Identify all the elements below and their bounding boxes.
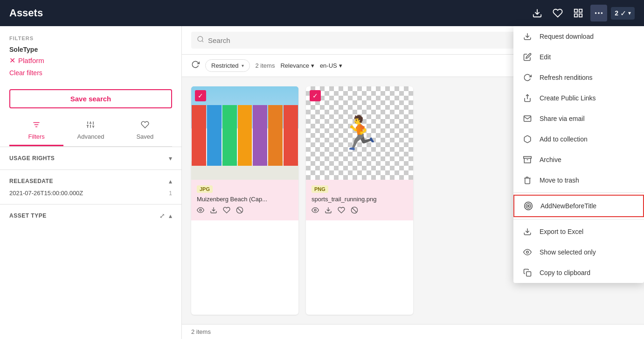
download-icon [210, 206, 217, 214]
svg-rect-17 [526, 272, 531, 276]
release-date-title: RELEASEDATE [9, 178, 53, 184]
asset-check-2[interactable]: ✓ [310, 90, 321, 101]
asset-type-header[interactable]: ASSET TYPE ⤢ ▴ [9, 212, 172, 219]
clear-filters-btn[interactable]: Clear filters [9, 69, 42, 77]
dropdown-item-request-download[interactable]: Request download [513, 26, 644, 47]
asset-preview-btn-2[interactable] [312, 206, 319, 216]
selection-badge[interactable]: 2 ✓ ▾ [611, 7, 635, 20]
asset-download-btn-1[interactable] [210, 206, 217, 216]
expand-icon[interactable]: ⤢ [159, 212, 165, 219]
dropdown-item-copy-to-clipboard[interactable]: Copy to clipboard [513, 262, 644, 283]
sliders-icon [86, 120, 95, 131]
usage-rights-header[interactable]: USAGE RIGHTS ▾ [9, 155, 172, 162]
usage-rights-chevron: ▾ [169, 155, 172, 162]
dropdown-item-add-to-collection[interactable]: Add to collection [513, 129, 644, 149]
filter-tag: ✕ Platform [9, 56, 172, 65]
dropdown-item-share-via-email[interactable]: Share via email [513, 108, 644, 129]
grid-icon [573, 8, 583, 18]
asset-check-1[interactable]: ✓ [195, 90, 206, 101]
filter-pill-chevron: ▾ [242, 63, 244, 68]
dropdown-item-add-new-before-title[interactable]: AddNewBeforeTitle [513, 195, 644, 217]
filter-icon [32, 120, 41, 131]
download-icon-btn[interactable] [529, 5, 546, 21]
search-icon [197, 35, 204, 45]
filter-restricted-pill[interactable]: Restricted ▾ [205, 59, 250, 72]
filter-type-label: SoleType [9, 46, 172, 53]
hut-blue [207, 105, 222, 166]
dropdown-item-show-selected-only[interactable]: Show selected only [513, 242, 644, 262]
clipboard-icon [523, 268, 532, 277]
dropdown-item-create-public-links[interactable]: Create Public Links [513, 88, 644, 108]
svg-point-7 [601, 12, 603, 14]
svg-point-36 [200, 209, 201, 211]
dropdown-item-move-to-trash[interactable]: Move to trash [513, 170, 644, 191]
download-icon [532, 8, 542, 18]
add-new-before-title-label: AddNewBeforeTitle [540, 202, 596, 210]
tab-saved[interactable]: Saved [118, 116, 172, 146]
show-selected-only-label: Show selected only [540, 248, 596, 256]
svg-rect-2 [579, 9, 582, 12]
share-via-email-label: Share via email [540, 115, 585, 122]
svg-point-14 [527, 205, 529, 206]
svg-point-13 [526, 204, 531, 208]
release-date-value: 2021-07-26T15:00:00.000Z [9, 190, 83, 197]
edit-icon [523, 52, 532, 62]
eye-icon [312, 206, 319, 214]
sort-pill[interactable]: Relevance ▾ [280, 62, 314, 69]
sidebar: FILTERS SoleType ✕ Platform Clear filter… [0, 26, 182, 339]
asset-type-title: ASSET TYPE [9, 212, 47, 219]
lang-pill[interactable]: en-US ▾ [320, 62, 342, 69]
export-icon [523, 227, 532, 236]
items-count: 2 items [256, 62, 275, 69]
share-link-icon [523, 93, 532, 103]
release-date-chevron: ▴ [169, 177, 172, 185]
sort-chevron-icon: ▾ [311, 62, 314, 69]
release-date-header[interactable]: RELEASEDATE ▴ [9, 177, 172, 185]
hut-green [222, 105, 237, 166]
heart-icon [338, 206, 345, 214]
more-options-btn[interactable] [590, 5, 607, 21]
asset-download-btn-2[interactable] [325, 206, 332, 216]
actions-dropdown: Request download Edit Refresh renditions… [513, 26, 644, 283]
asset-card-1: ✓ JPG Muizenberg Beach (Cap... [191, 86, 298, 315]
asset-ban-btn-1[interactable] [236, 206, 243, 216]
release-date-count: 1 [169, 190, 172, 197]
filters-section: FILTERS SoleType ✕ Platform Clear filter… [0, 26, 181, 82]
remove-filter-btn[interactable]: ✕ [9, 56, 15, 65]
asset-like-btn-2[interactable] [338, 206, 345, 216]
runner-image: 🏃 [306, 86, 413, 180]
asset-like-btn-1[interactable] [223, 206, 230, 216]
save-search-btn[interactable]: Save search [9, 89, 172, 108]
edit-label: Edit [540, 53, 551, 61]
dropdown-item-export-to-excel[interactable]: Export to Excel [513, 221, 644, 242]
tab-advanced[interactable]: Advanced [63, 116, 118, 146]
asset-actions-1 [197, 206, 293, 216]
svg-line-43 [352, 208, 356, 212]
request-download-label: Request download [540, 33, 594, 40]
dropdown-item-edit[interactable]: Edit [513, 47, 644, 67]
hut-purple [253, 105, 267, 166]
svg-point-6 [598, 12, 600, 14]
refresh-icon [523, 73, 532, 82]
export-to-excel-label: Export to Excel [540, 228, 583, 235]
slash-icon [236, 206, 243, 214]
asset-preview-btn-1[interactable] [197, 206, 204, 216]
favorites-icon-btn[interactable] [549, 5, 566, 21]
asset-image-2: 🏃 ✓ [306, 86, 413, 180]
tab-saved-label: Saved [136, 133, 153, 140]
collections-icon-btn[interactable] [570, 5, 587, 21]
asset-name-2: sports_trail_running.png [312, 196, 408, 203]
tab-filters[interactable]: Filters [9, 116, 63, 146]
filters-label: FILTERS [9, 35, 172, 41]
selection-count: 2 [615, 9, 618, 17]
hut-red2 [284, 105, 298, 166]
svg-rect-10 [524, 156, 532, 158]
asset-ban-btn-2[interactable] [351, 206, 358, 216]
asset-type-badge-1: JPG [197, 185, 213, 193]
refresh-btn[interactable] [191, 60, 200, 71]
dropdown-item-archive[interactable]: Archive [513, 149, 644, 170]
eye-icon [523, 247, 532, 257]
eye-icon [197, 206, 204, 214]
dropdown-item-refresh-renditions[interactable]: Refresh renditions [513, 67, 644, 88]
filter-tag-value: Platform [18, 56, 44, 64]
